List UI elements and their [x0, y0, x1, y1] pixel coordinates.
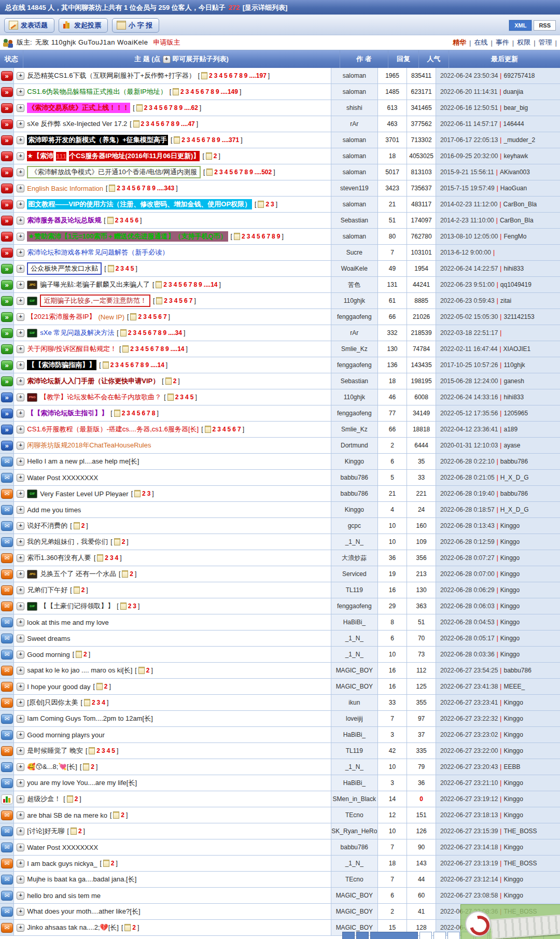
last-page-link[interactable]: ....343: [157, 185, 174, 192]
page-doc-icon[interactable]: [258, 201, 264, 208]
expand-thread-icon[interactable]: +: [17, 474, 24, 482]
last-post-user[interactable]: babbu786: [500, 458, 528, 465]
page-number-link[interactable]: 3: [146, 120, 149, 128]
thread-author[interactable]: MAGIC_BOY: [331, 679, 378, 694]
page-number-link[interactable]: 7: [234, 72, 237, 79]
expand-thread-icon[interactable]: +: [17, 522, 24, 530]
thread-title[interactable]: 超级沙盒！: [27, 794, 61, 804]
thread-title[interactable]: 索沛论坛和游戏各种常见问题解答（新手必读）: [27, 248, 169, 257]
expand-thread-icon[interactable]: +: [17, 217, 24, 225]
page-number-link[interactable]: 2: [116, 265, 119, 272]
last-post-user[interactable]: Kinggo: [500, 554, 520, 562]
page-number-link[interactable]: 3: [122, 185, 125, 192]
page-number-link[interactable]: 3: [115, 361, 119, 369]
thread-title[interactable]: Water Post XXXXXXXX: [27, 844, 98, 851]
page-number-link[interactable]: 6: [150, 345, 154, 353]
last-post-user[interactable]: Kinggo: [503, 795, 523, 803]
pagination-box[interactable]: [370, 932, 418, 939]
pagination-box[interactable]: [419, 932, 432, 939]
page-doc-icon[interactable]: [107, 217, 114, 224]
page-number-link[interactable]: 7: [166, 120, 170, 128]
page-number-link[interactable]: 2: [175, 394, 179, 401]
thread-author[interactable]: Kinggo: [331, 502, 378, 517]
last-page-link[interactable]: ....14: [171, 345, 185, 353]
page-number-link[interactable]: 7: [163, 313, 167, 320]
expand-thread-icon[interactable]: +: [17, 844, 24, 851]
expand-thread-icon[interactable]: +: [17, 779, 24, 787]
page-doc-icon[interactable]: [74, 586, 80, 594]
expand-thread-icon[interactable]: +: [17, 570, 24, 578]
page-number-link[interactable]: 2: [117, 185, 120, 192]
page-number-link[interactable]: 8: [212, 136, 215, 144]
page-number-link[interactable]: 4: [102, 699, 105, 706]
expand-thread-icon[interactable]: +: [17, 297, 24, 305]
thread-author[interactable]: rAr: [331, 325, 378, 341]
thread-author[interactable]: 110ghjk: [331, 389, 378, 405]
thread-author[interactable]: 110ghjk: [331, 293, 378, 309]
thread-title[interactable]: sXe 常见问题及解决方法: [40, 328, 114, 338]
page-number-link[interactable]: 3: [214, 72, 218, 79]
last-post-user[interactable]: Kinggo: [503, 747, 523, 754]
page-number-link[interactable]: 5: [178, 281, 182, 288]
page-number-link[interactable]: 8: [244, 169, 248, 176]
page-number-link[interactable]: 6: [135, 217, 138, 224]
page-number-link[interactable]: 4: [174, 281, 177, 288]
page-number-link[interactable]: 4: [174, 297, 178, 304]
page-number-link[interactable]: 6: [234, 169, 238, 176]
expand-thread-icon[interactable]: +: [17, 265, 24, 273]
thread-author[interactable]: TEcno: [331, 872, 378, 887]
page-number-link[interactable]: 2: [130, 570, 133, 578]
page-number-link[interactable]: 3: [102, 747, 105, 754]
page-number-link[interactable]: 8: [158, 329, 162, 337]
last-page-link[interactable]: ....502: [255, 169, 272, 176]
last-post-user[interactable]: Kinggo: [503, 892, 523, 899]
thread-author[interactable]: Serviced: [331, 566, 378, 582]
thread-title[interactable]: 【【索沛论坛版主指引】】: [27, 409, 108, 418]
expand-thread-icon[interactable]: +: [17, 152, 24, 160]
page-doc-icon[interactable]: [206, 169, 213, 176]
thread-author[interactable]: fenggaofeng: [331, 357, 378, 373]
thread-title[interactable]: 索沛即将开发的新模式（养鬼）+征集模型高手: [27, 135, 168, 145]
page-number-link[interactable]: 2: [81, 522, 85, 529]
expand-thread-icon[interactable]: +: [17, 169, 24, 176]
last-post-user[interactable]: Kinggo: [503, 699, 523, 706]
page-doc-icon[interactable]: [165, 377, 172, 385]
page-number-link[interactable]: 5: [137, 410, 141, 417]
page-number-link[interactable]: 3: [186, 88, 189, 95]
page-number-link[interactable]: 2: [180, 88, 184, 95]
last-post-user[interactable]: 692757418: [503, 72, 535, 79]
page-number-link[interactable]: 3: [219, 169, 223, 176]
last-post-user[interactable]: Kinggo: [503, 715, 523, 722]
last-post-user[interactable]: ganesh: [503, 377, 524, 385]
last-post-user[interactable]: Kinggo: [503, 844, 523, 851]
expand-thread-icon[interactable]: +: [17, 747, 24, 755]
thread-title[interactable]: Add me you times: [27, 506, 81, 514]
thread-title[interactable]: 个CS服务器IP地址(2016年11月06日更新)】: [69, 151, 200, 161]
page-number-link[interactable]: 2: [122, 410, 125, 417]
page-number-link[interactable]: 3: [169, 297, 173, 304]
thread-author[interactable]: SMen_in_Black: [331, 791, 378, 807]
page-number-link[interactable]: 5: [195, 88, 199, 95]
pagination-box[interactable]: [342, 932, 355, 939]
page-number-link[interactable]: 4: [222, 426, 226, 433]
last-post-user[interactable]: EEBB: [503, 763, 520, 770]
thread-author[interactable]: MAGIC_BOY: [331, 888, 378, 903]
thread-title[interactable]: 索沛论坛新人入门手册（让你更快申请VIP）: [27, 376, 159, 386]
expand-thread-icon[interactable]: +: [17, 361, 24, 369]
page-number-link[interactable]: 9: [277, 233, 281, 240]
page-number-link[interactable]: 5: [111, 747, 115, 754]
page-number-link[interactable]: 5: [179, 297, 183, 304]
page-number-link[interactable]: 8: [193, 281, 197, 288]
thread-title[interactable]: 《索沛解放战争模式》已开通10个香港/电信/网通内测服: [27, 166, 201, 178]
page-doc-icon[interactable]: [136, 104, 143, 111]
page-number-link[interactable]: 5: [159, 104, 163, 111]
expand-thread-icon[interactable]: +: [17, 924, 24, 932]
last-post-user[interactable]: Kinggo: [500, 619, 520, 626]
thread-title[interactable]: 111: [56, 152, 66, 161]
last-page-link[interactable]: ....371: [222, 136, 239, 144]
page-number-link[interactable]: 2: [122, 538, 125, 545]
page-number-link[interactable]: 9: [145, 361, 149, 369]
page-number-link[interactable]: 3: [147, 490, 151, 497]
thread-author[interactable]: babbu786: [331, 470, 378, 485]
page-number-link[interactable]: 8: [160, 345, 164, 353]
